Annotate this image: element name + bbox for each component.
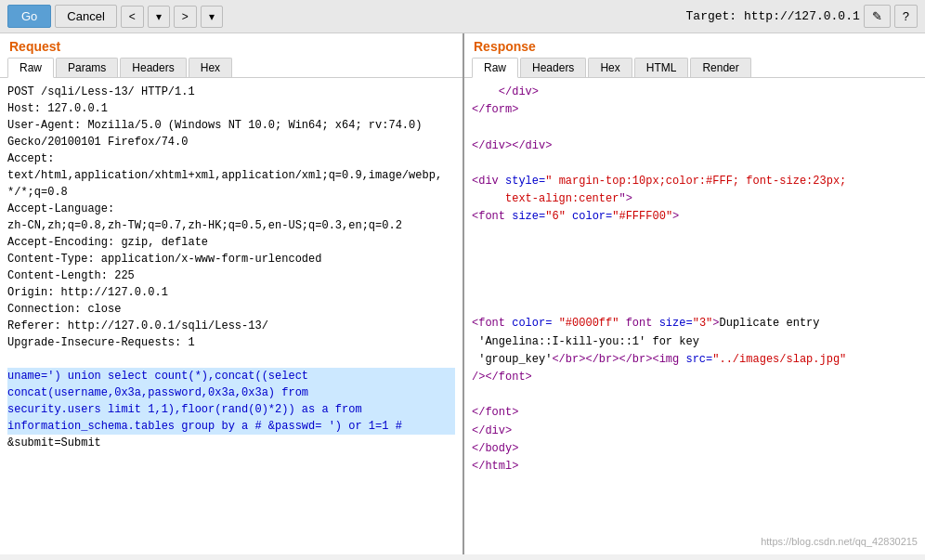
- edit-button[interactable]: ✎: [864, 5, 891, 28]
- request-line-highlight: security.users limit 1,1),floor(rand(0)*…: [7, 401, 455, 418]
- request-line: Accept:: [7, 150, 455, 167]
- request-line: zh-CN,zh;q=0.8,zh-TW;q=0.7,zh-HK;q=0.5,e…: [7, 217, 455, 234]
- forward-button[interactable]: >: [174, 6, 197, 28]
- tab-response-hex[interactable]: Hex: [588, 58, 632, 77]
- request-line: Referer: http://127.0.0.1/sqli/Less-13/: [7, 318, 455, 334]
- tab-request-raw[interactable]: Raw: [7, 58, 54, 78]
- go-button[interactable]: Go: [7, 5, 51, 28]
- request-line: &submit=Submit: [7, 435, 455, 451]
- response-line: [472, 244, 918, 262]
- tab-request-hex[interactable]: Hex: [189, 58, 232, 77]
- response-line: </form>: [472, 101, 918, 119]
- request-line-highlight: uname=') union select count(*),concat((s…: [7, 368, 455, 384]
- request-line: text/html,application/xhtml+xml,applicat…: [7, 167, 455, 184]
- response-line: </html>: [472, 458, 918, 475]
- request-line: Connection: close: [7, 301, 455, 318]
- watermark: https://blog.csdn.net/qq_42830215: [761, 534, 918, 551]
- response-line: text-align:center">: [472, 190, 918, 208]
- response-content[interactable]: </div> </form> </div></div> <div style="…: [464, 78, 925, 554]
- response-line: [472, 297, 918, 315]
- response-line: </div></div>: [472, 137, 918, 155]
- request-line: User-Agent: Mozilla/5.0 (Windows NT 10.0…: [7, 117, 455, 134]
- back-dropdown-button[interactable]: ▾: [148, 6, 170, 28]
- response-line: </div>: [472, 423, 918, 440]
- tab-request-params[interactable]: Params: [56, 58, 118, 77]
- request-line: */*;q=0.8: [7, 184, 455, 201]
- request-line: Content-Length: 225: [7, 267, 455, 284]
- response-line: /></font>: [472, 369, 918, 386]
- request-line: Gecko/20100101 Firefox/74.0: [7, 134, 455, 150]
- request-panel: Request Raw Params Headers Hex POST /sql…: [0, 33, 464, 554]
- response-line: </font>: [472, 404, 918, 422]
- response-line: [472, 262, 918, 280]
- toolbar: Go Cancel < ▾ > ▾ Target: http://127.0.0…: [0, 0, 925, 33]
- forward-dropdown-button[interactable]: ▾: [201, 6, 223, 28]
- help-button[interactable]: ?: [894, 5, 918, 28]
- response-line: [472, 280, 918, 297]
- target-label: Target: http://127.0.0.1: [686, 9, 860, 23]
- request-line: POST /sqli/Less-13/ HTTP/1.1: [7, 84, 455, 100]
- response-line: </body>: [472, 440, 918, 458]
- response-line: <font color= "#0000ff" font size="3">Dup…: [472, 315, 918, 332]
- request-line-highlight: concat(username,0x3a,password,0x3a,0x3a)…: [7, 384, 455, 401]
- response-line: [472, 386, 918, 404]
- back-button[interactable]: <: [121, 6, 144, 28]
- request-line: Upgrade-Insecure-Requests: 1: [7, 334, 455, 351]
- tab-response-raw[interactable]: Raw: [472, 58, 518, 78]
- request-line: Content-Type: application/x-www-form-url…: [7, 251, 455, 267]
- tab-response-headers[interactable]: Headers: [520, 58, 586, 77]
- request-content[interactable]: POST /sqli/Less-13/ HTTP/1.1 Host: 127.0…: [0, 78, 462, 554]
- tab-request-headers[interactable]: Headers: [120, 58, 186, 77]
- response-line: 'Angelina::I-kill-you::1' for key: [472, 333, 918, 351]
- request-line: Accept-Language:: [7, 201, 455, 217]
- tab-response-html[interactable]: HTML: [634, 58, 689, 77]
- request-title: Request: [0, 33, 462, 58]
- request-tabs-bar: Raw Params Headers Hex: [0, 58, 462, 78]
- response-line: [472, 155, 918, 173]
- response-line: <font size="6" color="#FFFF00">: [472, 208, 918, 226]
- tab-response-render[interactable]: Render: [690, 58, 750, 77]
- response-panel: Response Raw Headers Hex HTML Render </d…: [464, 33, 925, 554]
- response-line: [472, 227, 918, 244]
- response-title: Response: [464, 33, 925, 58]
- response-line: <div style=" margin-top:10px;color:#FFF;…: [472, 173, 918, 190]
- response-line: 'group_key'</br></br></br><img src="../i…: [472, 351, 918, 369]
- request-line: Host: 127.0.0.1: [7, 100, 455, 117]
- main-container: Request Raw Params Headers Hex POST /sql…: [0, 33, 925, 554]
- cancel-button[interactable]: Cancel: [55, 5, 116, 28]
- response-line: </div>: [472, 84, 918, 101]
- response-tabs-bar: Raw Headers Hex HTML Render: [464, 58, 925, 78]
- response-line: [472, 119, 918, 137]
- request-line: Origin: http://127.0.0.1: [7, 284, 455, 301]
- request-line-highlight: information_schema.tables group by a # &…: [7, 418, 455, 435]
- request-line: Accept-Encoding: gzip, deflate: [7, 234, 455, 251]
- request-line: [7, 351, 455, 368]
